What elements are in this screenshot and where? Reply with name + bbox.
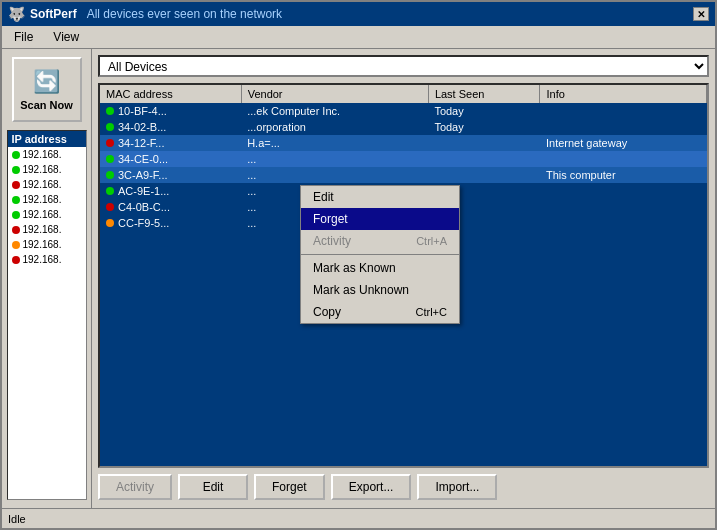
table-row-selected[interactable]: 34-12-F... H.a=... Internet gateway [100, 135, 707, 151]
sidebar-device-list: IP address 192.168. 192.168. 192.168. 19… [7, 130, 87, 500]
activity-shortcut: Ctrl+A [416, 235, 447, 247]
bottom-buttons: Activity Edit Forget Export... Import... [98, 468, 709, 502]
status-dot-2 [12, 181, 20, 189]
sidebar-item-7[interactable]: 192.168. [8, 252, 86, 267]
col-last-seen: Last Seen [428, 85, 540, 103]
status-text: Idle [8, 513, 26, 525]
context-menu-copy[interactable]: Copy Ctrl+C [301, 301, 459, 323]
sidebar-ip-6: 192.168. [23, 239, 62, 250]
sidebar-item-5[interactable]: 192.168. [8, 222, 86, 237]
activity-button[interactable]: Activity [98, 474, 172, 500]
status-dot-0 [12, 151, 20, 159]
status-dot-4 [12, 211, 20, 219]
context-menu-mark-known[interactable]: Mark as Known [301, 257, 459, 279]
cell-vendor-1: ...orporation [241, 119, 428, 135]
sidebar-ip-1: 192.168. [23, 164, 62, 175]
import-button[interactable]: Import... [417, 474, 497, 500]
row-dot-5 [106, 187, 114, 195]
cell-seen-0: Today [428, 103, 540, 119]
cell-seen-2 [428, 135, 540, 151]
context-menu-mark-unknown[interactable]: Mark as Unknown [301, 279, 459, 301]
device-filter-dropdown[interactable]: All Devices Known Devices Unknown Device… [98, 55, 709, 77]
cell-seen-1: Today [428, 119, 540, 135]
cell-seen-4 [428, 167, 540, 183]
sidebar-item-1[interactable]: 192.168. [8, 162, 86, 177]
cell-vendor-2: H.a=... [241, 135, 428, 151]
menu-view[interactable]: View [49, 28, 83, 46]
context-menu-activity: Activity Ctrl+A [301, 230, 459, 252]
sidebar-list-header: IP address [8, 131, 86, 147]
cell-seen-3 [428, 151, 540, 167]
cell-mac-0: 10-BF-4... [100, 103, 241, 119]
sidebar-item-0[interactable]: 192.168. [8, 147, 86, 162]
cell-mac-7: CC-F9-5... [100, 215, 241, 231]
status-dot-6 [12, 241, 20, 249]
cell-info-7 [540, 215, 707, 231]
row-dot-0 [106, 107, 114, 115]
row-dot-3 [106, 155, 114, 163]
title-bar-left: 🐺 SoftPerf All devices ever seen on the … [8, 6, 282, 22]
cell-vendor-0: ...ek Computer Inc. [241, 103, 428, 119]
context-menu: Edit Forget Activity Ctrl+A Mark as Know… [300, 185, 460, 324]
main-content: 🔄 Scan Now IP address 192.168. 192.168. … [2, 49, 715, 508]
cell-vendor-3: ... [241, 151, 428, 167]
sidebar-ip-7: 192.168. [23, 254, 62, 265]
status-dot-3 [12, 196, 20, 204]
col-mac: MAC address [100, 85, 241, 103]
edit-button[interactable]: Edit [178, 474, 248, 500]
forget-button[interactable]: Forget [254, 474, 325, 500]
sidebar-item-3[interactable]: 192.168. [8, 192, 86, 207]
menu-separator-1 [301, 254, 459, 255]
export-button[interactable]: Export... [331, 474, 412, 500]
status-dot-1 [12, 166, 20, 174]
sidebar-ip-2: 192.168. [23, 179, 62, 190]
cell-mac-6: C4-0B-C... [100, 199, 241, 215]
status-dot-5 [12, 226, 20, 234]
sidebar-ip-5: 192.168. [23, 224, 62, 235]
dialog-panel: All Devices Known Devices Unknown Device… [92, 49, 715, 508]
row-dot-6 [106, 203, 114, 211]
col-vendor: Vendor [241, 85, 428, 103]
context-menu-edit[interactable]: Edit [301, 186, 459, 208]
app-icon: 🐺 [8, 6, 24, 22]
row-dot-2 [106, 139, 114, 147]
sidebar-item-2[interactable]: 192.168. [8, 177, 86, 192]
col-info: Info [540, 85, 707, 103]
menu-bar: File View [2, 26, 715, 49]
cell-info-1 [540, 119, 707, 135]
status-bar: Idle [2, 508, 715, 528]
sidebar: 🔄 Scan Now IP address 192.168. 192.168. … [2, 49, 92, 508]
sidebar-item-6[interactable]: 192.168. [8, 237, 86, 252]
cell-info-5 [540, 183, 707, 199]
cell-mac-5: AC-9E-1... [100, 183, 241, 199]
copy-shortcut: Ctrl+C [416, 306, 447, 318]
close-button[interactable]: ✕ [693, 7, 709, 21]
cell-mac-3: 34-CE-0... [100, 151, 241, 167]
cell-mac-2: 34-12-F... [100, 135, 241, 151]
sidebar-ip-0: 192.168. [23, 149, 62, 160]
scan-now-button[interactable]: 🔄 Scan Now [12, 57, 82, 122]
menu-file[interactable]: File [10, 28, 37, 46]
title-bar: 🐺 SoftPerf All devices ever seen on the … [2, 2, 715, 26]
cell-vendor-4: ... [241, 167, 428, 183]
table-row[interactable]: 34-CE-0... ... [100, 151, 707, 167]
sidebar-ip-4: 192.168. [23, 209, 62, 220]
cell-info-0 [540, 103, 707, 119]
cell-mac-1: 34-02-B... [100, 119, 241, 135]
row-dot-7 [106, 219, 114, 227]
status-dot-7 [12, 256, 20, 264]
table-row[interactable]: 34-02-B... ...orporation Today [100, 119, 707, 135]
cell-info-4: This computer [540, 167, 707, 183]
sidebar-ip-3: 192.168. [23, 194, 62, 205]
table-row[interactable]: 10-BF-4... ...ek Computer Inc. Today [100, 103, 707, 119]
row-dot-1 [106, 123, 114, 131]
title-bar-app: SoftPerf [30, 7, 77, 21]
app-window: 🐺 SoftPerf All devices ever seen on the … [0, 0, 717, 530]
table-row[interactable]: 3C-A9-F... ... This computer [100, 167, 707, 183]
row-dot-4 [106, 171, 114, 179]
scan-now-label: Scan Now [20, 99, 73, 111]
scan-icon: 🔄 [33, 69, 60, 95]
context-menu-forget[interactable]: Forget [301, 208, 459, 230]
cell-info-3 [540, 151, 707, 167]
sidebar-item-4[interactable]: 192.168. [8, 207, 86, 222]
